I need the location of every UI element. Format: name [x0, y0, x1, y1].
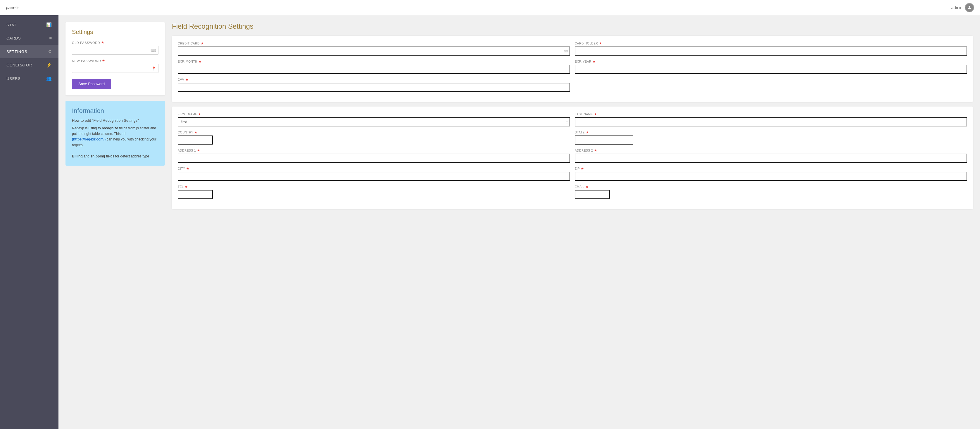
required-star: ★: [101, 41, 104, 45]
exp-year-wrapper: [575, 65, 967, 74]
new-password-group: NEW PASSWORD ★ 📍: [72, 59, 159, 73]
frs-row-3: CVV ★: [178, 78, 967, 96]
old-password-label: OLD PASSWORD ★: [72, 41, 159, 45]
frs-field-country: COUNTRY ★: [178, 131, 570, 145]
frs-field-credit-card: CREDIT CARD ★ ⌨: [178, 41, 570, 56]
required-star: ★: [201, 41, 204, 45]
frs-field-empty: [575, 78, 967, 92]
old-password-wrapper: ⌨: [72, 46, 159, 55]
tel-wrapper: [178, 190, 570, 199]
info-bold-billing: Billing: [72, 154, 83, 158]
table-icon: ⊞: [566, 120, 568, 124]
frs-title: Field Recognition Settings: [172, 22, 973, 30]
card-holder-wrapper: [575, 46, 967, 56]
right-panel: Field Recognition Settings CREDIT CARD ★…: [172, 22, 973, 214]
address1-wrapper: [178, 154, 570, 163]
state-wrapper: [575, 136, 967, 145]
required-star: ★: [194, 131, 198, 134]
credit-card-label: CREDIT CARD ★: [178, 41, 570, 45]
brand-label: panel+: [6, 5, 19, 10]
topbar: panel+ admin: [0, 0, 980, 15]
new-password-wrapper: 📍: [72, 64, 159, 73]
last-name-wrapper: [575, 117, 967, 126]
zip-input[interactable]: [575, 172, 967, 181]
old-password-group: OLD PASSWORD ★ ⌨: [72, 41, 159, 55]
tel-input[interactable]: [178, 190, 213, 199]
zip-wrapper: [575, 172, 967, 181]
new-password-input[interactable]: [72, 64, 159, 73]
required-star: ★: [586, 131, 589, 134]
keyboard-icon: ⌨: [151, 48, 156, 53]
sidebar-item-users[interactable]: USERS 👥: [0, 72, 59, 85]
required-star: ★: [599, 41, 602, 45]
required-star: ★: [186, 167, 189, 171]
exp-month-input[interactable]: [178, 65, 570, 74]
required-star: ★: [594, 112, 597, 116]
required-star: ★: [198, 112, 201, 116]
credit-card-input[interactable]: [178, 46, 570, 56]
sidebar-item-label: CARDS: [6, 36, 21, 40]
avatar[interactable]: [965, 3, 974, 12]
required-star: ★: [585, 185, 589, 189]
city-input[interactable]: [178, 172, 570, 181]
required-star: ★: [185, 185, 188, 189]
exp-month-wrapper: [178, 65, 570, 74]
frs-field-address1: ADDRESS 1 ★: [178, 149, 570, 163]
cvv-input[interactable]: [178, 83, 570, 92]
country-label: COUNTRY ★: [178, 131, 570, 134]
frs-field-card-holder: CARD HOLDER ★: [575, 41, 967, 56]
address2-input[interactable]: [575, 154, 967, 163]
sidebar-item-stat[interactable]: STAT 📊: [0, 18, 59, 32]
generator-icon: ⚡: [46, 62, 52, 68]
frs-field-state: STATE ★: [575, 131, 967, 145]
state-input[interactable]: [575, 136, 633, 145]
email-wrapper: [575, 190, 967, 199]
save-password-button[interactable]: Save Password: [72, 79, 111, 89]
email-input[interactable]: [575, 190, 610, 199]
first-name-input[interactable]: [178, 117, 570, 126]
zip-label: ZIP ★: [575, 167, 967, 171]
card-holder-input[interactable]: [575, 46, 967, 56]
user-menu[interactable]: admin: [951, 3, 974, 12]
cards-icon: ≡: [49, 36, 52, 41]
sidebar-item-settings[interactable]: SETTINGS ⚙: [0, 45, 59, 58]
last-name-label: LAST NAME ★: [575, 112, 967, 116]
settings-icon: ⚙: [48, 49, 52, 54]
frs-field-zip: ZIP ★: [575, 167, 967, 181]
info-body: Regexp is using to recognize fields from…: [72, 126, 159, 159]
required-star: ★: [199, 60, 202, 64]
frs-field-address2: ADDRESS 2 ★: [575, 149, 967, 163]
sidebar-item-cards[interactable]: CARDS ≡: [0, 32, 59, 45]
info-bold-shipping: shipping: [90, 154, 105, 158]
card-holder-label: CARD HOLDER ★: [575, 41, 967, 45]
frs-row-address: ADDRESS 1 ★ ADDRESS 2 ★: [178, 149, 967, 167]
frs-field-tel: TEL ★: [178, 185, 570, 199]
old-password-input[interactable]: [72, 46, 159, 55]
exp-month-label: EXP. MONTH ★: [178, 60, 570, 64]
frs-row-1: CREDIT CARD ★ ⌨ CARD HOLDER ★: [178, 41, 967, 60]
frs-card-group: CREDIT CARD ★ ⌨ CARD HOLDER ★: [172, 36, 973, 102]
stat-icon: 📊: [46, 22, 52, 27]
left-panel: Settings OLD PASSWORD ★ ⌨ NEW PASSWORD ★: [65, 22, 165, 166]
users-icon: 👥: [46, 76, 52, 81]
required-star: ★: [102, 59, 105, 63]
frs-field-last-name: LAST NAME ★: [575, 112, 967, 126]
country-input[interactable]: [178, 136, 213, 145]
sidebar-item-label: GENERATOR: [6, 63, 32, 67]
settings-card: Settings OLD PASSWORD ★ ⌨ NEW PASSWORD ★: [65, 22, 165, 96]
info-title: Information: [72, 107, 159, 115]
exp-year-input[interactable]: [575, 65, 967, 74]
last-name-input[interactable]: [575, 117, 967, 126]
pin-icon: 📍: [151, 66, 156, 70]
address1-input[interactable]: [178, 154, 570, 163]
sidebar-item-generator[interactable]: GENERATOR ⚡: [0, 58, 59, 72]
frs-field-city: CITY ★: [178, 167, 570, 181]
sidebar-item-label: USERS: [6, 77, 21, 81]
required-star: ★: [185, 78, 189, 81]
info-bold-recognize: recognize: [102, 126, 118, 130]
user-label: admin: [951, 5, 963, 10]
address2-label: ADDRESS 2 ★: [575, 149, 967, 153]
cvv-wrapper: [178, 83, 570, 92]
main-layout: STAT 📊 CARDS ≡ SETTINGS ⚙ GENERATOR ⚡ US…: [0, 15, 980, 429]
exp-year-label: EXP. YEAR ★: [575, 60, 967, 64]
